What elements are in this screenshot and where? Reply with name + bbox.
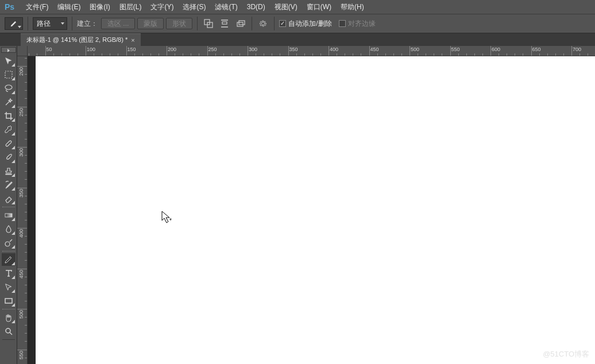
align-edges-label: 对齐边缘 [348,19,376,29]
svg-point-10 [5,242,10,246]
menu-view[interactable]: 视图(V) [270,2,302,12]
crop-tool[interactable] [2,110,16,122]
menu-type[interactable]: 文字(Y) [146,2,178,12]
healing-brush-tool[interactable] [2,137,16,150]
pen-tool[interactable] [2,253,16,266]
separator [28,17,28,30]
build-selection-button[interactable]: 选区 ... [101,18,135,29]
canvas[interactable] [36,56,595,364]
svg-rect-3 [222,22,227,24]
menu-help[interactable]: 帮助(H) [336,2,369,12]
auto-add-delete-label: 自动添加/删除 [288,19,331,29]
hand-tool[interactable] [2,311,16,324]
watermark: @51CTO博客 [543,349,589,359]
document-tab-bar: 未标题-1 @ 141% (图层 2, RGB/8) * × [0,33,595,46]
build-shape-button[interactable]: 形状 [166,18,192,29]
horizontal-ruler[interactable]: 5010015020025030035040045050055060065070… [28,46,595,56]
svg-rect-11 [5,299,12,303]
clone-stamp-tool[interactable] [2,165,16,177]
toolbox-separator [2,207,15,207]
gear-icon [258,19,268,28]
path-alignment-button[interactable] [218,17,231,30]
path-operations-button[interactable] [202,17,215,30]
menu-3d[interactable]: 3D(D) [242,3,270,11]
auto-add-delete-checkbox[interactable]: 自动添加/删除 [279,19,331,29]
blur-tool[interactable] [2,223,16,235]
app-logo: Ps [5,2,14,11]
toolbox-collapse-button[interactable] [1,47,16,53]
document-tab[interactable]: 未标题-1 @ 141% (图层 2, RGB/8) * × [21,33,141,46]
brush-tool[interactable] [2,151,16,164]
menu-select[interactable]: 选择(S) [178,2,210,12]
eyedropper-tool[interactable] [2,123,16,136]
build-mask-button[interactable]: 蒙版 [137,18,164,29]
align-icon [220,19,229,28]
menu-bar: Ps 文件(F) 编辑(E) 图像(I) 图层(L) 文字(Y) 选择(S) 滤… [0,0,595,14]
workspace: 5010015020025030035040045050055060065070… [17,46,595,364]
path-selection-tool[interactable] [2,281,16,293]
checkbox-icon [279,20,286,27]
separator [197,17,198,30]
tool-preset-picker[interactable] [5,17,23,30]
checkbox-icon [339,20,346,27]
build-label: 建立： [77,19,98,29]
options-bar: 路径 建立： 选区 ... 蒙版 形状 自动添加/删除 对齐边缘 [0,14,595,33]
menu-layer[interactable]: 图层(L) [115,2,146,12]
mode-select[interactable]: 路径 [33,17,67,30]
svg-point-12 [6,328,10,333]
toolbox [0,46,17,364]
menu-image[interactable]: 图像(I) [85,2,114,12]
path-arrangement-button[interactable] [234,17,247,30]
pen-icon [10,20,18,28]
zoom-tool[interactable] [2,325,16,338]
separator [252,17,252,30]
zoom-icon [4,327,13,336]
menu-filter[interactable]: 滤镜(T) [210,2,242,12]
ruler-origin-corner[interactable] [17,46,28,56]
move-tool[interactable] [2,55,16,67]
main-area: 5010015020025030035040045050055060065070… [0,46,595,364]
magic-wand-tool[interactable] [2,96,16,109]
arrange-icon [236,19,245,28]
gradient-tool[interactable] [2,209,16,222]
build-buttons: 选区 ... 蒙版 形状 [101,18,192,29]
close-icon[interactable]: × [131,37,134,44]
align-edges-checkbox[interactable]: 对齐边缘 [339,19,376,29]
settings-button[interactable] [257,17,269,30]
history-brush-tool[interactable] [2,179,16,191]
rectangle-tool[interactable] [2,295,16,307]
menu-window[interactable]: 窗口(W) [302,2,336,12]
toolbox-separator [2,309,15,309]
type-tool[interactable] [2,267,16,280]
toolbox-separator [2,251,15,251]
separator [72,17,72,30]
toolbox-separator [2,339,15,340]
lasso-tool[interactable] [2,82,16,95]
svg-rect-9 [5,214,12,217]
dodge-tool[interactable] [2,237,16,249]
eraser-tool[interactable] [2,192,16,205]
mode-select-label: 路径 [37,19,51,29]
path-op-icon [204,19,213,28]
canvas-viewport[interactable]: * @51CTO博客 [28,56,595,364]
marquee-tool[interactable] [2,68,16,81]
vertical-ruler[interactable]: 200250300350400450500550 [17,56,28,364]
separator [274,17,275,30]
menu-file[interactable]: 文件(F) [21,2,53,12]
svg-rect-8 [5,140,11,146]
document-tab-title: 未标题-1 @ 141% (图层 2, RGB/8) * [26,36,128,44]
menu-edit[interactable]: 编辑(E) [53,2,85,12]
